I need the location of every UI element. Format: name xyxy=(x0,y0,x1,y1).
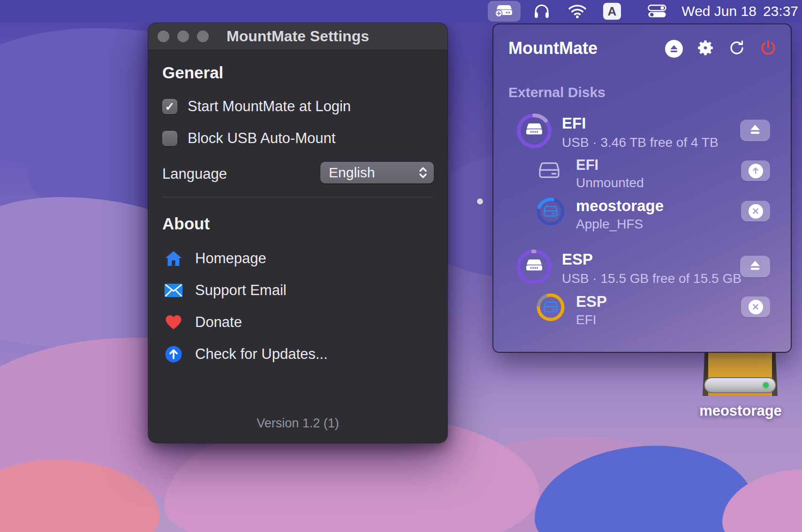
homepage-label: Homepage xyxy=(195,250,266,267)
power-icon xyxy=(760,39,777,58)
unmount-button[interactable] xyxy=(741,201,770,221)
drive-icon xyxy=(526,123,542,135)
start-at-login-row[interactable]: ✓ Start MountMate at Login xyxy=(162,98,351,115)
settings-window: MountMate Settings General ✓ Start Mount… xyxy=(148,23,447,443)
disk-row-meostorage: meostorage Apple_HFS xyxy=(493,196,791,227)
language-popup[interactable]: English xyxy=(320,162,434,183)
support-email-link[interactable]: Support Email xyxy=(164,280,287,301)
disk-usage-ring xyxy=(516,113,552,149)
external-disks-header: External Disks xyxy=(508,84,605,100)
donate-link[interactable]: Donate xyxy=(164,312,242,333)
homepage-link[interactable]: Homepage xyxy=(164,248,266,269)
eject-icon xyxy=(749,123,762,137)
settings-titlebar[interactable]: MountMate Settings xyxy=(148,23,447,50)
disk-name: EFI xyxy=(576,157,598,174)
general-section-header: General xyxy=(162,63,223,82)
gear-icon xyxy=(696,39,714,59)
update-arrow-icon xyxy=(164,345,183,364)
start-at-login-checkbox[interactable]: ✓ xyxy=(162,99,177,114)
heart-icon xyxy=(164,313,183,332)
section-divider xyxy=(162,197,433,198)
version-text: Version 1.2 (1) xyxy=(148,416,447,431)
control-center-icon[interactable] xyxy=(647,4,667,18)
drive-plus-icon xyxy=(495,3,514,19)
disk-name: ESP xyxy=(576,293,607,311)
disk-detail: USB · 3.46 TB free of 4 TB xyxy=(562,135,719,150)
eject-button[interactable] xyxy=(740,256,770,277)
donate-label: Donate xyxy=(195,314,242,331)
disk-detail: EFI xyxy=(576,312,597,327)
drive-icon xyxy=(526,259,542,271)
start-at-login-label: Start MountMate at Login xyxy=(188,98,351,115)
menubar-date: Wed Jun 18 xyxy=(681,3,757,19)
disk-row-efi: EFI USB · 3.46 TB free of 4 TB xyxy=(493,112,791,150)
drive-icon xyxy=(544,302,557,312)
drive-outline-icon xyxy=(537,160,561,181)
menubar-mountmate-item[interactable] xyxy=(488,1,521,22)
language-value: English xyxy=(320,165,415,181)
panel-title: MountMate xyxy=(508,38,598,58)
check-updates-label: Check for Updates... xyxy=(195,346,328,363)
refresh-icon xyxy=(728,39,745,58)
unmount-x-icon xyxy=(749,204,763,219)
block-usb-row[interactable]: ✓ Block USB Auto-Mount xyxy=(162,130,335,147)
desktop-drive-label[interactable]: meostorage xyxy=(696,403,785,419)
menubar-time: 23:37 xyxy=(763,3,798,19)
menu-bar: A Wed Jun 18 23:37 xyxy=(0,0,802,23)
refresh-button[interactable] xyxy=(727,39,746,58)
eject-icon xyxy=(749,259,762,274)
disk-name: meostorage xyxy=(576,197,664,215)
disk-detail: Apple_HFS xyxy=(576,217,643,232)
desktop: A Wed Jun 18 23:37 MountMate Settings Ge… xyxy=(0,0,802,532)
disk-detail: Unmounted xyxy=(576,175,644,190)
input-source-icon[interactable]: A xyxy=(603,3,621,20)
disk-name: ESP xyxy=(562,251,593,268)
mount-button[interactable] xyxy=(741,160,770,181)
settings-gear-button[interactable] xyxy=(696,39,715,58)
mail-icon xyxy=(164,281,183,300)
eject-all-button[interactable] xyxy=(665,39,683,58)
panel-actions xyxy=(665,39,778,58)
chevron-up-down-icon xyxy=(415,164,431,181)
unmount-x-icon xyxy=(749,300,763,314)
check-updates-link[interactable]: Check for Updates... xyxy=(164,344,328,365)
disk-usage-ring xyxy=(516,249,552,285)
disk-row-esp-efi: ESP EFI xyxy=(493,292,791,323)
drive-front-bar xyxy=(704,377,776,393)
eject-button[interactable] xyxy=(740,120,770,141)
disk-detail: USB · 15.5 GB free of 15.5 GB xyxy=(562,271,741,286)
menubar-clock[interactable]: Wed Jun 18 23:37 xyxy=(681,0,798,23)
unmount-button[interactable] xyxy=(741,296,770,317)
about-section-header: About xyxy=(162,214,210,233)
drive-icon xyxy=(544,206,557,216)
block-usb-label: Block USB Auto-Mount xyxy=(188,130,335,147)
headphones-icon[interactable] xyxy=(533,3,551,19)
disk-name: EFI xyxy=(562,114,586,132)
quit-button[interactable] xyxy=(759,39,778,58)
wifi-icon[interactable] xyxy=(567,4,587,19)
input-source-letter: A xyxy=(608,4,617,19)
desktop-drive-icon[interactable] xyxy=(703,347,778,396)
disk-row-esp: ESP USB · 15.5 GB free of 15.5 GB xyxy=(493,248,791,286)
mountmate-panel: MountMate xyxy=(492,23,792,353)
window-title: MountMate Settings xyxy=(148,28,447,45)
home-icon xyxy=(164,249,183,268)
disk-usage-ring xyxy=(536,197,566,227)
eject-all-icon xyxy=(665,40,683,58)
block-usb-checkbox[interactable]: ✓ xyxy=(162,131,177,146)
mount-arrow-icon xyxy=(749,164,763,178)
disk-row-efi-unmounted: EFI Unmounted xyxy=(493,157,791,187)
support-email-label: Support Email xyxy=(195,282,287,299)
drive-led xyxy=(763,382,769,388)
disk-usage-ring xyxy=(536,292,566,322)
desktop-dot xyxy=(477,198,483,205)
language-label: Language xyxy=(162,166,227,182)
